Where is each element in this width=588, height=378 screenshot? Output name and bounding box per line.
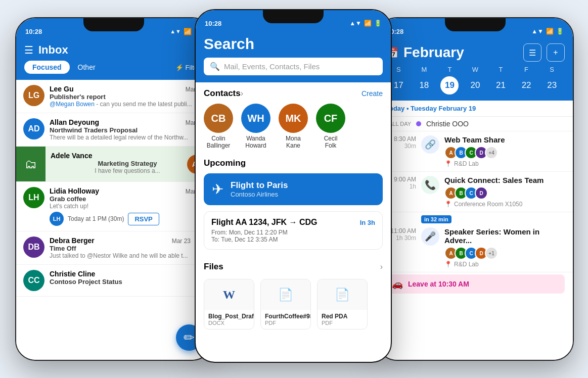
event1-avatars: A B C D +4 xyxy=(444,146,565,159)
flight-to: To: Tue, Dec 12 3:35 AM xyxy=(211,236,375,243)
event3-icon: 🎤 xyxy=(421,227,439,246)
status-icons-right: ▲▼ 📶 🔋 xyxy=(531,28,564,35)
upcoming-section: Upcoming xyxy=(196,152,391,173)
cal-week: 17 18 19 20 21 22 23 xyxy=(386,76,565,94)
cal-date-19-today[interactable]: 19 xyxy=(440,76,459,94)
search-header: Search 🔍 Mail, Events, Contacts, Files xyxy=(196,32,391,82)
contact-mona[interactable]: MK MonaKane xyxy=(279,104,308,149)
day-label-s1: S xyxy=(389,66,408,73)
search-bar[interactable]: 🔍 Mail, Events, Contacts, Files xyxy=(204,58,383,75)
status-icons-mid: ▲▼ 📶 🔋 xyxy=(349,20,382,27)
leave-banner: 🚗 Leave at 10:30 AM xyxy=(386,274,565,294)
notch-left xyxy=(83,18,144,31)
email-item-debra[interactable]: DB Debra Berger Mar 23 Time Off Just tal… xyxy=(16,231,211,265)
file-type-red-pda: PDF xyxy=(322,320,363,326)
cal-date-23[interactable]: 23 xyxy=(543,76,561,94)
status-time-left: 10:28 xyxy=(25,28,42,35)
phone-search: 10:28 ▲▼ 📶 🔋 Search 🔍 Mail, Events, Cont… xyxy=(195,9,392,363)
sender-adele: Adele Vance xyxy=(51,152,93,160)
pdf-icon-2: 📄 xyxy=(335,288,350,302)
contacts-section-header: Contacts › Create xyxy=(204,88,383,99)
sender-lidia: Lidia Holloway xyxy=(50,187,99,195)
phone-calendar: 10:28 ▲▼ 📶 🔋 📅 February ☰ + S M xyxy=(377,17,574,361)
cal-date-18[interactable]: 18 xyxy=(415,76,433,94)
day-label-t2: T xyxy=(492,66,510,73)
avatar-mona: MK xyxy=(279,104,308,133)
email-item-christie[interactable]: CC Christie Cline Contoso Project Status xyxy=(16,265,211,297)
contact-wanda[interactable]: WH WandaHoward xyxy=(241,104,270,149)
flight-detail[interactable]: Flight AA 1234, JFK → CDG In 3h From: Mo… xyxy=(204,211,383,250)
event1-title: Web Team Share xyxy=(444,135,565,144)
location-icon-3: 📍 xyxy=(444,261,452,268)
file-fourth-coffee[interactable]: 📄 FourthCoffee#987 PDF xyxy=(260,279,311,329)
rsvp-button[interactable]: RSVP xyxy=(128,213,159,225)
cal-date-20[interactable]: 20 xyxy=(466,76,484,94)
status-time-mid: 10:28 xyxy=(205,20,221,27)
avatar-colin: CB xyxy=(204,104,233,133)
contacts-chevron[interactable]: › xyxy=(241,89,243,98)
event-quick-connect[interactable]: 9:00 AM 1h 📞 Quick Connect: Sales Team A… xyxy=(378,172,573,212)
flight-from: From: Mon, Dec 11 2:20 PM xyxy=(211,229,375,236)
subject-lidia: Grab coffee xyxy=(50,195,204,203)
tab-other[interactable]: Other xyxy=(70,61,104,74)
email-item-lee-gu[interactable]: LG Lee Gu Mar 23 Publisher's report @Meg… xyxy=(16,80,211,113)
files-chevron[interactable]: › xyxy=(380,262,383,271)
flight-route: Flight AA 1234, JFK → CDG xyxy=(211,218,318,227)
cal-date-21[interactable]: 21 xyxy=(492,76,510,94)
sender-debra: Debra Berger xyxy=(50,237,95,245)
leave-text: Leave at 10:30 AM xyxy=(408,280,469,288)
list-view-button[interactable]: ☰ xyxy=(523,43,541,62)
email-item-lidia[interactable]: LH Lidia Holloway Mar 23 Grab coffee Let… xyxy=(16,182,211,231)
word-icon: W xyxy=(223,288,235,302)
contact-colin[interactable]: CB ColinBallinger xyxy=(204,104,233,149)
adele-swipe-content: Adele Vance Marketing Strategy I have fe… xyxy=(46,147,211,181)
cal-date-17[interactable]: 17 xyxy=(389,76,408,94)
email-item-allan[interactable]: AD Allan Deyoung Mar 23 Northwind Trader… xyxy=(16,113,211,147)
file-name-blog: Blog_Post_Draft xyxy=(208,313,250,320)
event-web-team-share[interactable]: 8:30 AM 30m 🔗 Web Team Share A B C D +4 xyxy=(378,131,573,172)
inbox-title: Inbox xyxy=(38,43,203,57)
email-content-lidia: Lidia Holloway Mar 23 Grab coffee Let's … xyxy=(50,187,204,210)
files-section: Files › xyxy=(196,256,391,277)
menu-icon[interactable]: ☰ xyxy=(24,44,33,56)
subject-allan: Northwind Traders Proposal xyxy=(50,126,204,134)
event-speaker-series[interactable]: 11:00 AM 1h 30m 🎤 Speaker Series: Women … xyxy=(378,223,573,272)
sender-christie: Christie Cline xyxy=(50,270,95,278)
file-red-pda[interactable]: 📄 Red PDA PDF xyxy=(317,279,368,329)
contacts-section: Contacts › Create CB ColinBallinger WH W… xyxy=(196,82,391,152)
avatar-wanda: WH xyxy=(241,104,270,133)
wifi-icon-mid: 📶 xyxy=(364,20,372,27)
flight-event-card[interactable]: ✈ Flight to Paris Contoso Airlines xyxy=(204,173,383,205)
event2-location: 📍 Conference Room X1050 xyxy=(444,201,565,208)
tab-focused[interactable]: Focused xyxy=(24,61,70,74)
all-day-row: ALL DAY Christie OOO xyxy=(378,117,573,131)
preview-debra: Just talked to @Nestor Wilke and he will… xyxy=(50,252,191,259)
avatar-allan: AD xyxy=(23,118,44,139)
inbox-tabs: Focused Other ⚡ Filters xyxy=(24,61,203,74)
cal-date-22[interactable]: 22 xyxy=(517,76,535,94)
search-placeholder: Mail, Events, Contacts, Files xyxy=(224,62,320,71)
email-content-debra: Debra Berger Mar 23 Time Off Just talked… xyxy=(50,237,191,259)
event1-icon: 🔗 xyxy=(421,135,439,154)
battery-icon-mid: 🔋 xyxy=(374,20,382,27)
contacts-create-link[interactable]: Create xyxy=(361,89,383,98)
upcoming-title: Upcoming xyxy=(204,158,246,168)
preview-lidia: Let's catch up! xyxy=(50,203,204,210)
email-item-adele[interactable]: 🗂 Adele Vance Marketing Strategy I have … xyxy=(16,147,211,182)
location-icon-1: 📍 xyxy=(444,160,452,167)
calendar-header: 📅 February ☰ + S M T W T F S 17 18 xyxy=(378,40,573,101)
subject-adele: Marketing Strategy xyxy=(98,160,157,167)
event2-title: Quick Connect: Sales Team xyxy=(444,176,565,184)
event2-icon: 📞 xyxy=(421,176,439,194)
email-content-christie: Christie Cline Contoso Project Status xyxy=(50,270,204,291)
ev3-count: +1 xyxy=(485,247,498,260)
today-label: Today • Tuesday February 19 xyxy=(378,101,573,117)
notch-mid xyxy=(263,10,324,23)
event-subtitle: Contoso Airlines xyxy=(231,191,288,198)
contact-cecil[interactable]: CF CecilFolk xyxy=(316,104,345,149)
file-blog-post[interactable]: W Blog_Post_Draft DOCX xyxy=(204,279,254,329)
add-event-button[interactable]: + xyxy=(547,43,565,62)
filter-icon: ⚡ xyxy=(175,64,184,71)
contacts-section-title: Contacts xyxy=(204,88,241,99)
rsvp-time-label: Today at 1 PM (30m) xyxy=(68,215,124,222)
